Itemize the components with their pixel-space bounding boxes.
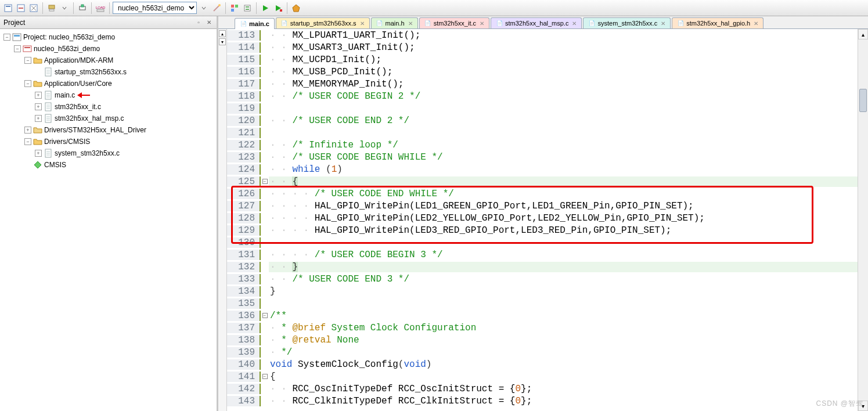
file-icon: 📄	[424, 20, 431, 27]
code-line[interactable]: 116· · MX_USB_PCD_Init();	[227, 66, 858, 78]
editor-tab[interactable]: 📄stm32h5xx_hal_msp.c✕	[491, 17, 582, 28]
svg-marker-21	[293, 5, 300, 12]
svg-marker-31	[34, 161, 41, 168]
file-icon: 📄	[240, 20, 247, 27]
toolbar-icon-5[interactable]	[77, 2, 88, 14]
code-line[interactable]: 124· · while (1)	[227, 163, 858, 175]
code-line[interactable]: 137· * @brief System Clock Configuration	[227, 322, 858, 334]
svg-rect-23	[14, 35, 20, 37]
code-line[interactable]: 135	[227, 297, 858, 309]
code-line[interactable]: 113· · MX_LPUART1_UART_Init();	[227, 29, 858, 41]
code-line[interactable]: 123· · /* USER CODE BEGIN WHILE */	[227, 151, 858, 163]
code-line[interactable]: 139· */	[227, 346, 858, 358]
close-icon[interactable]: ✕	[480, 20, 484, 27]
svg-rect-16	[246, 6, 249, 8]
code-line[interactable]: 140void SystemClock_Config(void)	[227, 358, 858, 370]
toolbar-down-icon[interactable]	[59, 2, 70, 14]
code-line[interactable]: 142· · RCC_OscInitTypeDef RCC_OscInitStr…	[227, 383, 858, 395]
code-view[interactable]: 113· · MX_LPUART1_UART_Init();114· · MX_…	[227, 29, 858, 411]
panel-pin-icon[interactable]: ▫	[195, 19, 203, 27]
svg-text:LOAD: LOAD	[96, 6, 105, 9]
toolbar-down-icon-2[interactable]	[198, 2, 210, 14]
scroll-thumb[interactable]	[859, 89, 867, 112]
toolbar-icon-1[interactable]	[2, 2, 14, 14]
nav-up-icon[interactable]: ▴	[219, 30, 226, 37]
code-line[interactable]: 120· · /* USER CODE END 2 */	[227, 114, 858, 127]
tree-item[interactable]: +stm32h5xx_hal_msp.c	[1, 113, 215, 124]
tree-item[interactable]: −nucleo_h563zi_demo	[1, 43, 215, 55]
code-line[interactable]: 136−/**	[227, 309, 858, 322]
editor-tab[interactable]: 📄system_stm32h5xx.c✕	[583, 17, 671, 28]
code-line[interactable]: 130	[227, 236, 858, 248]
panel-close-icon[interactable]: ✕	[205, 19, 213, 27]
main-toolbar: LOAD nucleo_h563zi_demo	[0, 0, 868, 16]
svg-rect-25	[24, 47, 30, 48]
tree-item[interactable]: CMSIS	[1, 159, 215, 171]
tree-item[interactable]: +Drivers/STM32H5xx_HAL_Driver	[1, 124, 215, 136]
svg-rect-20	[280, 9, 282, 12]
file-icon: 📄	[496, 20, 503, 27]
tree-item[interactable]: −Drivers/CMSIS	[1, 136, 215, 147]
svg-rect-14	[231, 9, 234, 12]
code-line[interactable]: 127· · · · HAL_GPIO_WritePin(LED1_GREEN_…	[227, 200, 858, 212]
code-line[interactable]: 133· · /* USER CODE END 3 */	[227, 273, 858, 285]
code-line[interactable]: 122· · /* Infinite loop */	[227, 139, 858, 151]
toolbar-icon-4[interactable]	[46, 2, 57, 14]
editor-tab[interactable]: 📄main.h✕	[371, 17, 418, 28]
nav-down-icon[interactable]: ▾	[219, 38, 226, 45]
editor-area: 📄main.c📄startup_stm32h563xx.s✕📄main.h✕📄s…	[218, 16, 868, 411]
code-line[interactable]: 125−· · {	[227, 175, 858, 188]
editor-tab[interactable]: 📄stm32h5xx_it.c✕	[419, 17, 489, 28]
organize-icon[interactable]	[229, 2, 240, 14]
help-icon[interactable]	[290, 2, 302, 14]
tree-item[interactable]: −Application/User/Core	[1, 78, 215, 89]
tree-item[interactable]: startup_stm32h563xx.s	[1, 66, 215, 78]
code-line[interactable]: 121	[227, 127, 858, 139]
code-line[interactable]: 114· · MX_USART3_UART_Init();	[227, 41, 858, 53]
svg-rect-22	[13, 34, 21, 41]
scroll-up-icon[interactable]: ▴	[858, 29, 868, 39]
code-line[interactable]: 134}	[227, 285, 858, 297]
target-select[interactable]: nucleo_h563zi_demo	[113, 2, 197, 14]
tree-item[interactable]: +system_stm32h5xx.c	[1, 147, 215, 159]
editor-tab[interactable]: 📄startup_stm32h563xx.s✕	[276, 17, 370, 28]
code-line[interactable]: 141−{	[227, 370, 858, 383]
close-icon[interactable]: ✕	[360, 20, 365, 27]
code-line[interactable]: 118· · /* USER CODE BEGIN 2 */	[227, 90, 858, 102]
svg-point-11	[218, 4, 221, 6]
code-line[interactable]: 138· * @retval None	[227, 334, 858, 346]
code-line[interactable]: 117· · MX_MEMORYMAP_Init();	[227, 78, 858, 90]
code-line[interactable]: 128· · · · HAL_GPIO_WritePin(LED2_YELLOW…	[227, 212, 858, 224]
stop-icon[interactable]	[272, 2, 284, 14]
run-icon[interactable]	[260, 2, 271, 14]
tree-item[interactable]: +main.c	[1, 89, 215, 101]
code-line[interactable]: 129· · · · HAL_GPIO_WritePin(LED3_RED_GP…	[227, 224, 858, 236]
svg-marker-18	[263, 5, 268, 11]
options-icon[interactable]	[242, 2, 253, 14]
arrow-icon	[77, 92, 93, 98]
svg-rect-10	[97, 9, 104, 12]
toolbar-icon-3[interactable]	[28, 2, 39, 14]
code-line[interactable]: 115· · MX_UCPD1_Init();	[227, 53, 858, 66]
toolbar-icon-2[interactable]	[15, 2, 27, 14]
code-line[interactable]: 132· · }	[227, 261, 858, 273]
project-tree[interactable]: −Project: nucleo_h563zi_demo−nucleo_h563…	[0, 29, 217, 411]
vertical-scrollbar[interactable]: ▴ ▾	[858, 29, 868, 411]
wand-icon[interactable]	[211, 2, 222, 14]
code-line[interactable]: 143· · RCC_ClkInitTypeDef RCC_ClkInitStr…	[227, 395, 858, 407]
close-icon[interactable]: ✕	[661, 20, 665, 27]
close-icon[interactable]: ✕	[754, 20, 758, 27]
code-line[interactable]: 131· · · · /* USER CODE BEGIN 3 */	[227, 248, 858, 261]
tree-item[interactable]: −Application/MDK-ARM	[1, 55, 215, 66]
editor-tab[interactable]: 📄stm32h5xx_hal_gpio.h✕	[672, 17, 763, 28]
editor-tab[interactable]: 📄main.c	[235, 18, 275, 29]
svg-rect-5	[49, 5, 55, 9]
load-icon[interactable]: LOAD	[95, 2, 106, 14]
file-icon: 📄	[677, 20, 684, 27]
code-line[interactable]: 119	[227, 102, 858, 114]
close-icon[interactable]: ✕	[408, 20, 413, 27]
code-line[interactable]: 126· · · · /* USER CODE END WHILE */	[227, 188, 858, 200]
close-icon[interactable]: ✕	[572, 20, 577, 27]
tree-item[interactable]: +stm32h5xx_it.c	[1, 101, 215, 113]
tree-root[interactable]: −Project: nucleo_h563zi_demo	[1, 31, 215, 43]
